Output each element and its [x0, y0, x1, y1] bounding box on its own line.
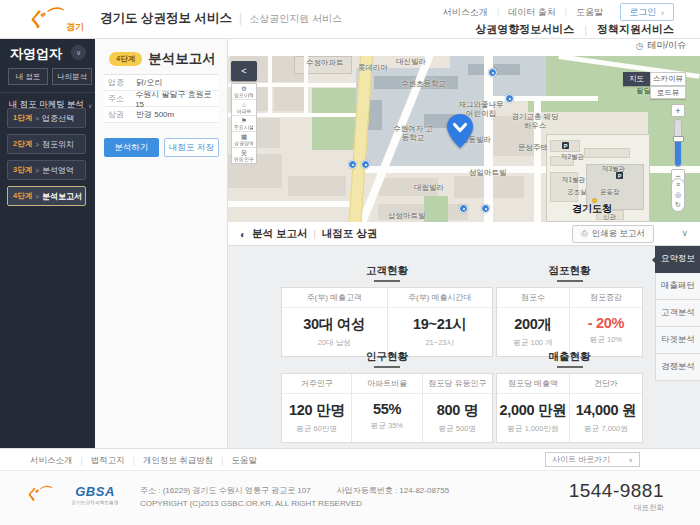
tool-trade-area[interactable]: ▦ 상권영역: [232, 132, 256, 148]
stat-main-customer: 주(부) 매출고객 30대 여성 20대 남성: [282, 288, 388, 356]
gbsa-logo: GBSA 경기도경제과학진흥원: [70, 485, 120, 505]
menu-service-intro[interactable]: 서비스소개: [434, 6, 497, 19]
analyze-button[interactable]: 분석하기: [104, 138, 159, 157]
menu-help[interactable]: 도움말: [567, 6, 612, 19]
zoom-in-button[interactable]: +: [671, 104, 685, 117]
stat-store-change: 점포증감 - 20% 평균 10%: [570, 288, 642, 356]
zoom-slider[interactable]: [674, 119, 682, 167]
map-label: 삼성아트빌: [388, 211, 426, 220]
store-location-pin[interactable]: [447, 114, 473, 152]
page-title: 분석보고서: [148, 50, 216, 68]
tab-customer-analysis[interactable]: 고객분석: [655, 300, 700, 327]
stat-unit-price: 건단가 14,000 원 평균 7,000원: [570, 374, 642, 442]
map-block: [274, 87, 304, 111]
main-nav: 상권영향정보서비스 | 정책지원서비스: [475, 22, 674, 37]
map-label: 수원초등학교: [401, 79, 446, 88]
phone-label: 대표전화: [569, 503, 664, 513]
report-title: 분석 보고서: [252, 227, 307, 241]
step-2-button[interactable]: 2단계 > 점포위치: [7, 134, 86, 154]
poi-marker[interactable]: [361, 160, 370, 169]
step-4-button[interactable]: 4단계 > 분석보고서: [7, 186, 86, 206]
map-label-gyeonggi-office: 경기도청: [572, 203, 612, 215]
house-icon: ⌂: [242, 102, 246, 108]
zoom-slider-handle[interactable]: [673, 136, 684, 142]
step-1-button[interactable]: 1단계 > 업종선택: [7, 108, 86, 128]
print-report-button[interactable]: ⎙ 인쇄용 보고서: [572, 225, 654, 243]
business-number: 사업자등록번호 : 124-82-08755: [337, 484, 450, 497]
tab-summary[interactable]: 요약정보: [655, 246, 700, 273]
field-trade-area: 상권 반경 500m: [104, 107, 218, 123]
stat-foot-traffic: 점포당 유동인구 800 명 평균 500명: [423, 374, 492, 442]
map-label: 제2별관: [561, 153, 584, 161]
my-store-button[interactable]: 내 점포: [8, 68, 48, 85]
park-area: [312, 88, 356, 150]
grid-icon: ▦: [241, 134, 247, 140]
site-shortcut-select[interactable]: 사이트 바로가기 ∨: [545, 452, 640, 467]
footer-gyeonggi-logo: ぐ⌒: [26, 483, 62, 509]
map-topbar: ◷ 테마/이슈: [228, 36, 700, 56]
road: [228, 201, 363, 207]
map-panel-collapse-button[interactable]: <: [231, 61, 257, 81]
map-label: 운동장: [600, 188, 620, 196]
map-label: 수정아파트: [306, 58, 344, 67]
gyeonggi-logo[interactable]: ぐ⌒ 경기: [28, 4, 86, 34]
nav-commercial-impact[interactable]: 상권영향정보서비스: [475, 22, 574, 37]
view-skyview-button[interactable]: 스카이뷰: [650, 72, 686, 86]
map-canvas[interactable]: 수정아파트 롯데리아 대신빌라 수원초등학교 재그와좋나무 어린이집 수원여자 …: [228, 56, 700, 222]
poi-marker[interactable]: [488, 68, 497, 77]
parking-icon: P: [616, 172, 623, 179]
tool-apartment[interactable]: ⌂ 아파트: [232, 100, 256, 116]
map-label: 수원여자 고등학교: [391, 124, 435, 142]
gear-icon: ⚙: [241, 86, 247, 92]
footer-legal-notice[interactable]: 법적고지: [91, 455, 125, 467]
my-analysis-button[interactable]: 나의분석: [52, 68, 92, 85]
step-3-button[interactable]: 3단계 > 분석영역: [7, 160, 86, 180]
sidebar-quick-buttons: 내 점포 나의분석: [8, 68, 92, 85]
stat-main-hours: 주(부) 매출시간대 19~21시 21~23시: [388, 288, 493, 356]
copyright-text: COPYRIGHT (C)2013 GSBC.OR.KR. ALL RIGHT …: [140, 497, 449, 510]
map-label: 성일아트빌: [469, 168, 507, 177]
report-collapse-icon[interactable]: ∨: [681, 228, 688, 238]
tab-target-analysis[interactable]: 타겟분석: [655, 327, 700, 354]
footer-help[interactable]: 도움말: [232, 455, 258, 467]
tool-facilities[interactable]: ⚑ 주요시설: [232, 116, 256, 132]
menu-icon[interactable]: ≡: [676, 181, 680, 189]
footer-link-bar: 서비스소개| 법적고지| 개인정보 취급방침| 도움말 사이트 바로가기 ∨: [0, 448, 700, 470]
login-button[interactable]: 로그인 ∨: [620, 3, 674, 21]
save-store-button[interactable]: 내점포 저장: [164, 138, 219, 157]
pie-chart-icon: ◐: [240, 229, 246, 240]
service-subtitle: 소상공인지원 서비스: [249, 13, 342, 24]
customer-status-group: 고객현황 주(부) 매출고객 30대 여성 20대 남성 주(부) 매출시간대 …: [281, 264, 493, 357]
road: [268, 56, 272, 116]
tab-competition-analysis[interactable]: 경쟁분석: [655, 354, 700, 381]
view-map-button[interactable]: 지도: [623, 72, 650, 86]
map-label: 제1별관: [562, 176, 585, 184]
poi-marker[interactable]: [348, 160, 357, 169]
footer-service-intro[interactable]: 서비스소개: [30, 455, 73, 467]
poi-marker[interactable]: [505, 94, 514, 103]
step-badge: 4단계: [109, 52, 142, 66]
sidebar-toggle-icon[interactable]: ∨: [71, 45, 86, 60]
flag-icon: ⚑: [241, 118, 247, 124]
footer-privacy-policy[interactable]: 개인정보 취급방침: [143, 455, 213, 467]
poi-marker[interactable]: [459, 204, 468, 213]
map-view-toggle: 지도 스카이뷰: [623, 72, 686, 86]
tool-store-history[interactable]: ⚙ 점포이력: [232, 84, 256, 100]
phone-number: 1544-9881: [569, 481, 664, 501]
map-measure-tools: ≡ ◎ ↻: [671, 178, 685, 212]
tool-foot-traffic[interactable]: 웃 유동인구: [232, 148, 256, 163]
menu-data-source[interactable]: 데이터 출처: [499, 6, 565, 19]
rotate-icon[interactable]: ↻: [675, 201, 681, 209]
school-campus: [450, 56, 546, 98]
printer-icon: ⎙: [581, 229, 587, 239]
stat-apartment-ratio: 아파트비율 55% 평균 35%: [352, 374, 422, 442]
nav-policy-support[interactable]: 정책지원서비스: [597, 22, 674, 37]
target-icon[interactable]: ◎: [675, 191, 681, 199]
stat-sales-per-store: 점포당 매출액 2,000 만원 평균 1,000만원: [497, 374, 570, 442]
tab-sales-pattern[interactable]: 매출패턴: [655, 273, 700, 300]
poi-marker[interactable]: [481, 204, 490, 213]
view-roadview-button[interactable]: 로드뷰: [650, 86, 686, 99]
theme-issue-button[interactable]: ◷ 테마/이슈: [636, 39, 686, 52]
population-status-group: 인구현황 거주인구 120 만명 평균 60만명 아파트비율 55% 평균 35…: [281, 350, 493, 443]
analysis-form-panel: 4단계 분석보고서 업종 닭/오리 주소 수원시 팔달구 효원로15 상권 반경…: [95, 36, 228, 448]
